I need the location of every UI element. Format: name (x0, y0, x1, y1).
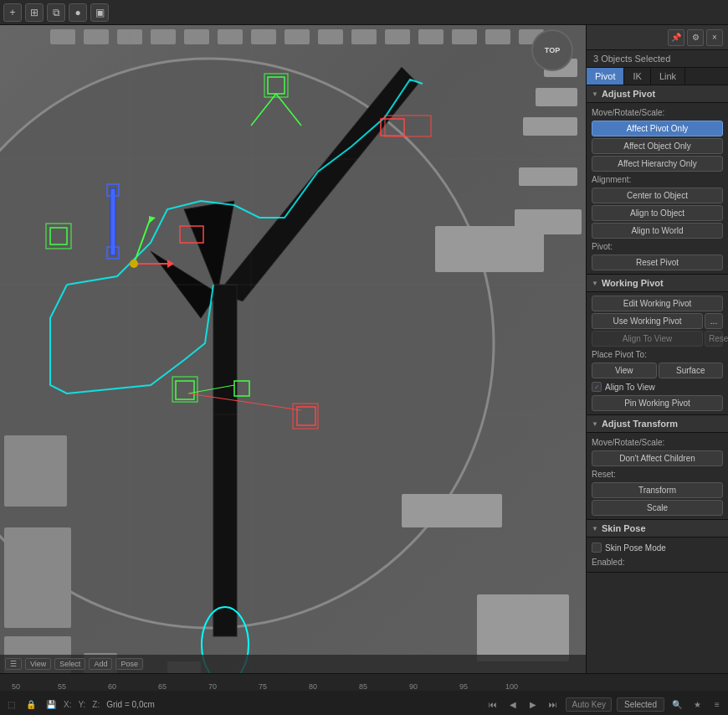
svg-rect-40 (110, 188, 115, 255)
render-icon[interactable]: ⧉ (47, 3, 65, 22)
reset-pivot-btn[interactable]: Reset Pivot (592, 255, 723, 270)
viewport-svg (0, 25, 586, 673)
top-toolbar: + ⊞ ⧉ ● ▣ (0, 0, 728, 25)
status-icon-2[interactable]: 🔒 (23, 697, 38, 712)
nav-cube[interactable]: TOP (531, 29, 573, 71)
svg-rect-2 (84, 29, 109, 44)
svg-rect-24 (435, 226, 544, 272)
tick-55: 55 (58, 682, 66, 691)
viewport[interactable]: TOP ☰ View Select Add Pose (0, 25, 586, 673)
tick-60: 60 (108, 682, 116, 691)
close-panel-icon[interactable]: × (706, 29, 723, 46)
skin-pose-arrow: ▼ (592, 525, 598, 532)
svg-rect-6 (218, 29, 243, 44)
viewport-content: TOP ☰ View Select Add Pose (0, 25, 586, 673)
menu-icon[interactable]: ≡ (710, 697, 725, 712)
affect-pivot-only-btn[interactable]: Affect Pivot Only (592, 121, 723, 136)
material-icon[interactable]: ● (69, 3, 87, 22)
skin-pose-mode-checkbox[interactable]: ✓ (592, 543, 602, 553)
adjust-transform-arrow: ▼ (592, 420, 598, 428)
skin-pose-enabled-label: Enabled: (592, 556, 723, 568)
pin-working-pivot-btn[interactable]: Pin Working Pivot (592, 395, 723, 411)
svg-rect-4 (151, 29, 176, 44)
viewport-pose-btn[interactable]: Pose (115, 658, 143, 670)
tick-65: 65 (158, 682, 167, 691)
svg-rect-8 (285, 29, 310, 44)
svg-rect-13 (452, 29, 477, 44)
working-pivot-title: Working Pivot (602, 278, 664, 288)
nav-widget[interactable]: TOP (531, 29, 582, 80)
move-rotate-scale-label: Move/Rotate/Scale: (592, 106, 723, 119)
tab-pivot[interactable]: Pivot (587, 68, 624, 85)
y-coord: Y: (78, 700, 87, 709)
reset-btn[interactable]: Reset (705, 331, 723, 347)
affect-object-only-btn[interactable]: Affect Object Only (592, 138, 723, 154)
nav-play-icon[interactable]: ▶ (525, 697, 541, 712)
add-icon[interactable]: + (3, 3, 22, 22)
transform-btn[interactable]: Transform (592, 482, 723, 498)
svg-rect-1 (50, 29, 75, 44)
grid-text: Grid = 0,0cm (106, 700, 155, 709)
svg-rect-26 (477, 594, 569, 661)
working-pivot-content: Edit Working Pivot Use Working Pivot ...… (587, 292, 728, 415)
tab-link[interactable]: Link (651, 68, 685, 85)
viewport-add-btn[interactable]: Add (89, 658, 112, 670)
tab-ik[interactable]: IK (624, 68, 650, 85)
align-to-view-btn[interactable]: Align To View (592, 331, 703, 347)
dont-affect-children-btn[interactable]: Don't Affect Children (592, 450, 723, 466)
nav-end-icon[interactable]: ⏭ (546, 697, 561, 712)
viewport-select-btn[interactable]: Select (54, 658, 85, 670)
align-reset-row: Align To View Reset (592, 331, 723, 347)
align-to-object-btn[interactable]: Align to Object (592, 205, 723, 221)
selected-btn[interactable]: Selected (617, 697, 664, 712)
adjust-pivot-header[interactable]: ▼ Adjust Pivot (587, 85, 728, 103)
edit-working-pivot-btn[interactable]: Edit Working Pivot (592, 296, 723, 311)
adjust-pivot-arrow: ▼ (592, 90, 598, 98)
main-area: TOP ☰ View Select Add Pose 📌 ⚙ × 3 Obj (0, 25, 728, 673)
svg-rect-11 (385, 29, 410, 44)
status-icon-1[interactable]: ⬚ (3, 697, 18, 712)
viewport-menu-btn[interactable]: ☰ (5, 658, 22, 670)
settings-icon[interactable]: ⚙ (687, 29, 704, 46)
pin-icon[interactable]: 📌 (668, 29, 684, 46)
skin-pose-title: Skin Pose (602, 523, 646, 533)
view-btn[interactable]: View (592, 363, 657, 378)
use-working-pivot-row: Use Working Pivot ... (592, 313, 723, 329)
working-pivot-header[interactable]: ▼ Working Pivot (587, 275, 728, 292)
star-icon[interactable]: ★ (690, 697, 705, 712)
svg-rect-19 (519, 167, 577, 186)
surface-btn[interactable]: Surface (659, 363, 724, 378)
svg-rect-9 (318, 29, 343, 44)
viewport-view-btn[interactable]: View (25, 658, 51, 670)
x-coord: X: (64, 700, 73, 709)
align-to-world-btn[interactable]: Align to World (592, 223, 723, 239)
view-icon[interactable]: ▣ (90, 3, 109, 22)
align-to-view-checkbox[interactable]: ✓ (592, 382, 602, 392)
svg-rect-14 (485, 29, 510, 44)
affect-hierarchy-only-btn[interactable]: Affect Hierarchy Only (592, 156, 723, 172)
svg-rect-17 (536, 88, 577, 106)
adjust-transform-header[interactable]: ▼ Adjust Transform (587, 415, 728, 433)
panel-header: 📌 ⚙ × (587, 25, 728, 50)
search-icon[interactable]: 🔍 (669, 697, 684, 712)
skin-pose-mode-row: ✓ Skin Pose Mode (592, 541, 723, 554)
panel-header-icons: 📌 ⚙ × (668, 29, 723, 46)
adjust-transform-content: Move/Rotate/Scale: Don't Affect Children… (587, 433, 728, 520)
status-icon-3[interactable]: 💾 (44, 697, 59, 712)
skin-pose-header[interactable]: ▼ Skin Pose (587, 520, 728, 538)
align-to-view-check-row: ✓ Align To View (592, 380, 723, 394)
tick-90: 90 (409, 682, 418, 691)
nav-prev-icon[interactable]: ◀ (505, 697, 520, 712)
use-working-pivot-btn[interactable]: Use Working Pivot (592, 313, 703, 329)
nav-start-icon[interactable]: ⏮ (485, 697, 500, 712)
use-working-pivot-extra[interactable]: ... (705, 313, 723, 329)
scale-btn[interactable]: Scale (592, 500, 723, 516)
svg-rect-12 (418, 29, 443, 44)
center-to-object-btn[interactable]: Center to Object (592, 188, 723, 203)
auto-key-btn[interactable]: Auto Key (566, 697, 612, 712)
timeline-ruler: 50 55 60 65 70 75 80 85 90 95 100 (0, 674, 728, 691)
view-surface-row: View Surface (592, 363, 723, 378)
layout-icon[interactable]: ⊞ (25, 3, 44, 22)
svg-rect-7 (251, 29, 276, 44)
reset-label: Reset: (592, 468, 723, 481)
